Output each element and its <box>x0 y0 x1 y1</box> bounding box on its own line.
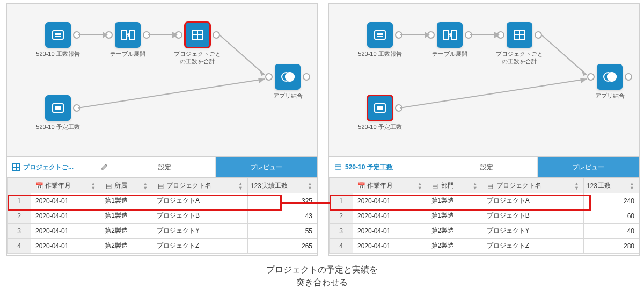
node-label: 520-10 工数報告 <box>34 50 82 57</box>
table-row[interactable]: 42020-04-01第2製造プロジェクトZ265 <box>8 239 317 254</box>
table-row[interactable]: 32020-04-01第2製造プロジェクトY40 <box>330 224 639 239</box>
node-label: テーブル展開 <box>426 50 474 57</box>
node-label: 520-10 予定工数 <box>356 123 404 131</box>
block-title-text: プロジェクトご... <box>23 163 74 172</box>
node-label: 520-10 工数報告 <box>356 50 404 57</box>
caption: プロジェクトの予定と実績を 突き合わせる <box>0 263 644 289</box>
caption-line1: プロジェクトの予定と実績を <box>0 263 644 276</box>
col-project[interactable]: ▤プロジェクト名▲▼ <box>152 178 248 193</box>
rownum-header <box>8 178 31 193</box>
flow-canvas-left[interactable]: 520-10 工数報告 テーブル展開 プロジェクトごとの工数を合計 アプリ結合 … <box>7 4 317 156</box>
grid-icon <box>12 163 20 171</box>
sort-icon[interactable]: ▲▼ <box>574 182 579 190</box>
tab-settings[interactable]: 設定 <box>114 157 216 177</box>
calendar-icon: 📅 <box>357 182 365 190</box>
block-title-text: 520-10 予定工数 <box>345 163 393 172</box>
col-dept[interactable]: ▤所属▲▼ <box>100 178 152 193</box>
node-label: プロジェクトごとの工数を合計 <box>495 50 544 66</box>
tab-preview[interactable]: プレビュー <box>216 157 317 177</box>
node-table-expand[interactable]: テーブル展開 <box>104 22 152 57</box>
svg-line-23 <box>541 35 587 75</box>
edit-icon[interactable] <box>101 163 108 172</box>
node-join[interactable]: アプリ結合 <box>586 64 634 99</box>
table-row[interactable]: 32020-04-01第2製造プロジェクトY55 <box>8 224 317 239</box>
tab-bar: 520-10 予定工数 設定 プレビュー <box>329 156 639 178</box>
block-title: プロジェクトご... <box>7 157 114 177</box>
svg-line-16 <box>219 35 265 75</box>
sort-icon[interactable]: ▲▼ <box>308 182 312 190</box>
node-join[interactable]: アプリ結合 <box>264 64 312 99</box>
sort-icon[interactable]: ▲▼ <box>238 182 243 190</box>
node-schedule[interactable]: 520-10 予定工数 <box>34 95 82 131</box>
block-title: 520-10 予定工数 <box>329 157 436 177</box>
svg-line-18 <box>78 79 265 108</box>
left-panel: 520-10 工数報告 テーブル展開 プロジェクトごとの工数を合計 アプリ結合 … <box>6 3 318 256</box>
text-icon: ▤ <box>105 182 112 190</box>
table-row[interactable]: 12020-04-01第1製造プロジェクトA325 <box>8 193 317 208</box>
node-report[interactable]: 520-10 工数報告 <box>34 22 82 57</box>
col-dept[interactable]: ▤部門▲▼ <box>427 178 482 193</box>
node-label: アプリ結合 <box>586 92 634 99</box>
list-icon <box>51 28 65 42</box>
flow-canvas-right[interactable]: 520-10 工数報告 テーブル展開 プロジェクトごとの工数を合計 アプリ結合 … <box>329 4 639 156</box>
calendar-icon: 📅 <box>35 182 43 190</box>
sort-icon[interactable]: ▲▼ <box>91 182 96 190</box>
list-icon <box>373 28 387 42</box>
node-table-expand[interactable]: テーブル展開 <box>426 22 474 57</box>
preview-table-left: 📅作業年月▲▼ ▤所属▲▼ ▤プロジェクト名▲▼ 123実績工数▲▼ 12020… <box>7 178 317 254</box>
table-row[interactable]: 12020-04-01第1製造プロジェクトA240 <box>330 193 639 208</box>
svg-line-25 <box>400 79 587 108</box>
col-value[interactable]: 123工数▲▼ <box>583 178 639 193</box>
table-row[interactable]: 22020-04-01第1製造プロジェクトB60 <box>330 208 639 224</box>
caption-line2: 突き合わせる <box>0 276 644 289</box>
node-report[interactable]: 520-10 工数報告 <box>356 22 404 57</box>
table-row[interactable]: 42020-04-01第2製造プロジェクトZ280 <box>330 239 639 254</box>
expand-icon <box>121 28 135 42</box>
sort-icon[interactable]: ▲▼ <box>473 182 478 190</box>
tab-bar: プロジェクトご... 設定 プレビュー <box>7 156 317 178</box>
col-date[interactable]: 📅作業年月▲▼ <box>353 178 427 193</box>
node-label: プロジェクトごとの工数を合計 <box>173 50 222 66</box>
node-label: テーブル展開 <box>104 50 152 57</box>
number-icon: 123 <box>252 182 260 190</box>
sort-icon[interactable]: ▲▼ <box>418 182 422 190</box>
number-icon: 123 <box>588 182 596 190</box>
col-project[interactable]: ▤プロジェクト名▲▼ <box>482 178 583 193</box>
node-aggregate[interactable]: プロジェクトごとの工数を合計 <box>495 22 544 66</box>
join-icon <box>603 70 617 84</box>
tab-preview[interactable]: プレビュー <box>538 157 639 177</box>
right-panel: 520-10 工数報告 テーブル展開 プロジェクトごとの工数を合計 アプリ結合 … <box>328 3 640 256</box>
preview-table-right: 📅作業年月▲▼ ▤部門▲▼ ▤プロジェクト名▲▼ 123工数▲▼ 12020-0… <box>329 178 639 254</box>
tab-settings[interactable]: 設定 <box>436 157 538 177</box>
text-icon: ▤ <box>487 182 494 190</box>
grid-icon <box>191 28 204 42</box>
text-icon: ▤ <box>431 182 439 190</box>
list-icon <box>373 101 387 115</box>
col-date[interactable]: 📅作業年月▲▼ <box>31 178 100 193</box>
sort-icon[interactable]: ▲▼ <box>630 182 634 190</box>
expand-icon <box>443 28 457 42</box>
node-label: 520-10 予定工数 <box>34 123 82 131</box>
list-icon <box>51 101 65 115</box>
rownum-header <box>330 178 353 193</box>
sort-icon[interactable]: ▲▼ <box>143 182 148 190</box>
col-value[interactable]: 123実績工数▲▼ <box>247 178 317 193</box>
join-icon <box>281 70 295 84</box>
table-row[interactable]: 22020-04-01第1製造プロジェクトB43 <box>8 208 317 224</box>
node-schedule[interactable]: 520-10 予定工数 <box>356 95 404 131</box>
grid-icon <box>513 28 526 42</box>
node-label: アプリ結合 <box>264 92 312 99</box>
text-icon: ▤ <box>157 182 164 190</box>
node-aggregate[interactable]: プロジェクトごとの工数を合計 <box>173 22 222 66</box>
app-icon <box>334 163 342 171</box>
